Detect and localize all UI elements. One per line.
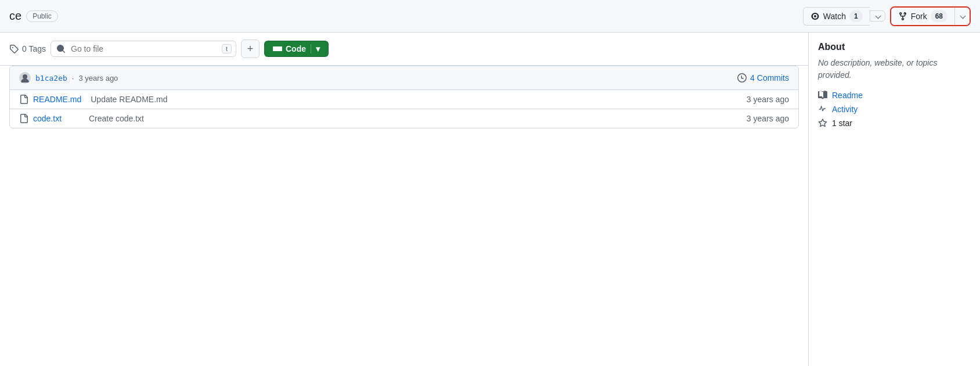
avatar-icon <box>19 72 31 84</box>
repo-title-area: ce Public <box>9 9 58 23</box>
commit-time: 3 years ago <box>78 74 118 82</box>
fork-label: Fork <box>911 10 927 22</box>
go-to-file-container: t <box>51 41 236 57</box>
sidebar: About No description, website, or topics… <box>808 33 980 366</box>
star-count: 1 star <box>818 119 971 128</box>
tags-area: 0 Tags <box>9 44 46 53</box>
file-time-readme: 3 years ago <box>747 95 789 104</box>
kbd-shortcut: t <box>222 44 232 53</box>
commit-dot: · <box>72 74 74 82</box>
file-table: b1ca2eb · 3 years ago 4 Commits README.m… <box>9 66 799 128</box>
add-file-button[interactable]: + <box>241 40 260 58</box>
code-button[interactable]: Code ▾ <box>264 41 329 57</box>
readme-icon <box>818 91 827 100</box>
go-to-file-input[interactable] <box>51 41 236 57</box>
branch-bar: 0 Tags t + Code ▾ <box>0 33 808 66</box>
eye-icon <box>810 12 820 21</box>
fork-icon <box>898 12 907 21</box>
main-content: 0 Tags t + Code ▾ <box>0 33 980 366</box>
file-icon <box>19 95 28 104</box>
svg-point-0 <box>23 74 27 79</box>
activity-icon <box>818 105 827 114</box>
table-row: README.md Update README.md 3 years ago <box>10 90 798 109</box>
code-dropdown-chevron: ▾ <box>311 44 320 53</box>
activity-link[interactable]: Activity <box>818 105 971 114</box>
watch-chevron-icon <box>875 13 881 19</box>
fork-button-group: Fork 68 <box>890 6 971 26</box>
top-bar: ce Public Watch 1 F <box>0 0 980 33</box>
file-commit-msg-readme: Update README.md <box>81 95 747 104</box>
fork-button[interactable]: Fork 68 <box>891 8 954 25</box>
watch-button-group: Watch 1 <box>803 7 885 26</box>
code-icon <box>273 44 282 53</box>
action-buttons: Watch 1 Fork 68 <box>803 6 971 26</box>
watch-dropdown-button[interactable] <box>870 10 885 21</box>
file-icon <box>19 114 28 123</box>
fork-count: 68 <box>931 10 947 22</box>
star-icon <box>818 119 827 128</box>
file-table-header: b1ca2eb · 3 years ago 4 Commits <box>10 66 798 90</box>
file-name-code[interactable]: code.txt <box>33 114 80 123</box>
readme-label: Readme <box>832 91 863 100</box>
code-label: Code <box>286 44 306 53</box>
repo-name: ce <box>9 9 21 23</box>
fork-dropdown-button[interactable] <box>954 8 970 25</box>
about-description: No description, website, or topics provi… <box>818 57 971 81</box>
search-icon <box>56 44 66 53</box>
commits-link[interactable]: 4 Commits <box>737 73 789 82</box>
fork-chevron-icon <box>960 13 966 19</box>
watch-label: Watch <box>823 10 846 22</box>
public-badge: Public <box>26 10 58 22</box>
watch-count: 1 <box>849 10 863 22</box>
commits-count: 4 Commits <box>750 73 789 82</box>
file-name-readme[interactable]: README.md <box>33 95 81 104</box>
about-title: About <box>818 42 971 52</box>
star-label: 1 star <box>832 119 852 128</box>
file-commit-msg-code: Create code.txt <box>80 114 747 123</box>
readme-link[interactable]: Readme <box>818 91 971 100</box>
file-time-code: 3 years ago <box>747 114 789 123</box>
activity-label: Activity <box>832 105 858 114</box>
table-row: code.txt Create code.txt 3 years ago <box>10 109 798 128</box>
clock-icon <box>737 73 747 82</box>
watch-button[interactable]: Watch 1 <box>803 7 870 26</box>
repo-content: 0 Tags t + Code ▾ <box>0 33 808 366</box>
tags-count: 0 Tags <box>22 44 46 53</box>
commit-hash[interactable]: b1ca2eb <box>35 74 67 82</box>
tag-icon <box>9 44 19 53</box>
